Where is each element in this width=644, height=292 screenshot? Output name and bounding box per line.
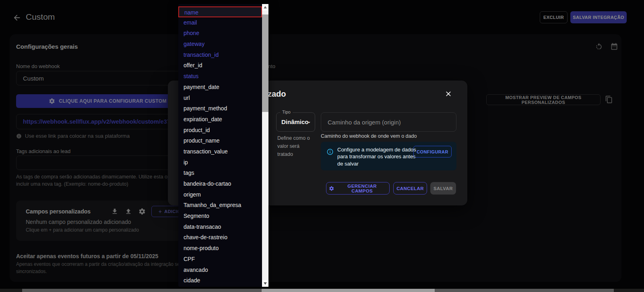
save-button-disabled[interactable]: SALVAR [430,182,456,195]
field-dropdown-list: nameemailphonegatewaytransaction_idoffer… [178,4,262,287]
manage-fields-button[interactable]: GERENCIAR CAMPOS [326,182,390,195]
tipo-hint: Define como o valor será tratado [277,134,316,158]
origin-path-input[interactable] [321,112,456,132]
dropdown-item[interactable]: Segmento [178,211,262,222]
field-dropdown: nameemailphonegatewaytransaction_idoffer… [178,4,268,287]
dropdown-item[interactable]: expiration_date [178,114,262,125]
dropdown-item[interactable]: CPF [178,254,262,265]
dropdown-item[interactable]: email [178,17,262,28]
dropdown-scrollbar[interactable] [262,4,268,287]
horizontal-scrollbar[interactable] [0,289,644,292]
dropdown-item[interactable]: gateway [178,39,262,50]
dropdown-item[interactable]: product_name [178,135,262,146]
scroll-up-icon[interactable] [262,4,268,10]
dropdown-item[interactable]: origem [178,189,262,200]
dropdown-item[interactable]: tags [178,168,262,178]
modal-title-fragment: zado [268,89,286,99]
chevron-down-icon [306,120,312,125]
dropdown-item[interactable]: status [178,71,262,82]
scroll-down-icon[interactable] [262,280,268,287]
dropdown-item[interactable]: url [178,93,262,104]
dropdown-item[interactable]: name [178,6,262,17]
dropdown-scrollbar-thumb[interactable] [262,14,268,112]
dropdown-item[interactable]: bandeira-do-cartao [178,178,262,189]
dropdown-item[interactable]: payment_method [178,103,262,114]
dropdown-item[interactable]: chave-de-rastreio [178,232,262,243]
horizontal-scrollbar-thumb[interactable] [262,289,435,292]
tipo-legend: Tipo [280,110,293,114]
dropdown-item[interactable]: transaction_value [178,146,262,157]
info-outline-icon [326,148,334,155]
modeling-info-text: Configure a modelagem de dados para tran… [337,146,420,167]
configurar-button[interactable]: CONFIGURAR [413,146,452,157]
dropdown-item[interactable]: payment_date [178,82,262,93]
dropdown-item[interactable]: avancado [178,265,262,275]
dropdown-item[interactable]: Tamanho_da_empresa [178,200,262,211]
close-icon[interactable] [444,89,453,98]
app-root: Custom EXCLUIR SALVAR INTEGRAÇÃO Configu… [0,0,644,292]
dropdown-item[interactable]: transaction_id [178,50,262,60]
origin-hint: Caminho do webhook de onde vem o dado [321,133,417,139]
gear-icon [329,186,334,191]
dropdown-item[interactable]: nome-produto [178,243,262,254]
dropdown-item[interactable]: offer_id [178,60,262,71]
cancel-button[interactable]: CANCELAR [393,182,427,195]
dropdown-item[interactable]: phone [178,28,262,39]
dropdown-item[interactable]: ip [178,157,262,168]
dropdown-item[interactable]: cidade [178,275,262,286]
dropdown-item[interactable]: product_id [178,125,262,136]
tipo-select[interactable]: Tipo Dinâmico [276,112,315,132]
modeling-info-box: Configure a modelagem de dados para tran… [321,142,456,170]
tipo-value: Dinâmico [281,118,309,125]
dropdown-item[interactable]: data-transacao [178,222,262,232]
